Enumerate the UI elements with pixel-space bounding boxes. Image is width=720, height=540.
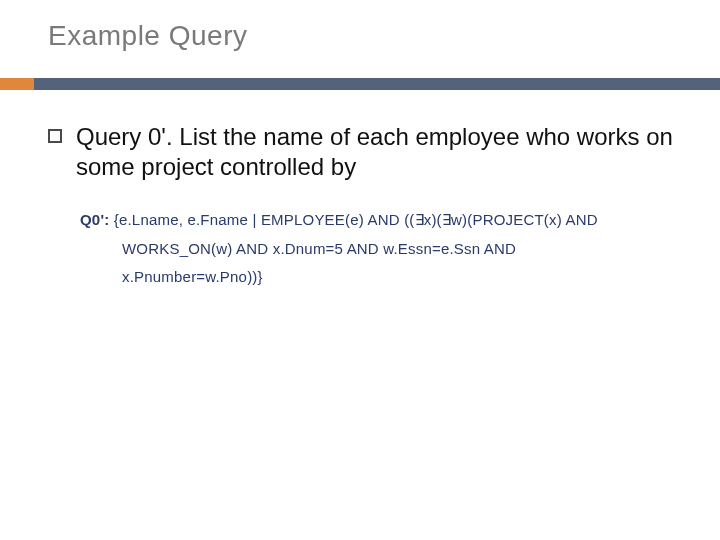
formula-line-3: x.Pnumber=w.Pno))}: [80, 263, 680, 292]
formula-block: Q0': {e.Lname, e.Fname | EMPLOYEE(e) AND…: [80, 206, 680, 292]
body-area: Query 0'. List the name of each employee…: [48, 122, 680, 182]
slide: Example Query Query 0'. List the name of…: [0, 0, 720, 540]
bullet-item: Query 0'. List the name of each employee…: [48, 122, 680, 182]
formula-line-1: Q0': {e.Lname, e.Fname | EMPLOYEE(e) AND…: [80, 206, 680, 235]
title-area: Example Query: [48, 20, 688, 52]
formula-label: Q0':: [80, 211, 109, 228]
square-bullet-icon: [48, 129, 62, 143]
slide-title: Example Query: [48, 20, 688, 52]
title-divider: [0, 78, 720, 90]
formula-line-2: WORKS_ON(w) AND x.Dnum=5 AND w.Essn=e.Ss…: [80, 235, 680, 264]
bullet-text: Query 0'. List the name of each employee…: [76, 122, 680, 182]
divider-accent-right: [34, 78, 720, 90]
divider-accent-left: [0, 78, 34, 90]
formula-line-1-rest: {e.Lname, e.Fname | EMPLOYEE(e) AND ((∃x…: [109, 211, 597, 228]
